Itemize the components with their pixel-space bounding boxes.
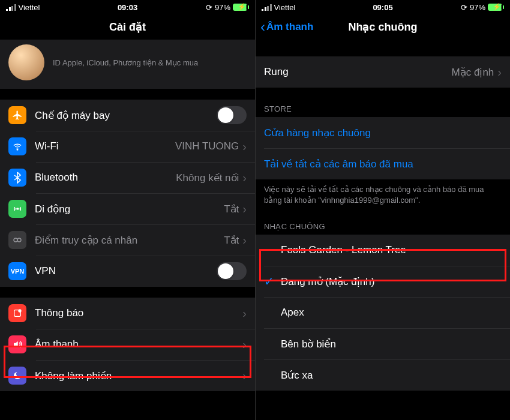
- row-label: Không làm phiền: [35, 370, 242, 382]
- page-title: Cài đặt: [0, 14, 255, 40]
- row-label: Âm thanh: [35, 338, 242, 350]
- status-bar: Viettel 09:03 ⟳ 97% ⚡: [0, 0, 255, 14]
- svg-point-2: [14, 238, 17, 242]
- clock-label: 09:03: [118, 3, 137, 12]
- vpn-icon: VPN: [8, 262, 26, 280]
- section-header-store: STORE: [256, 88, 510, 117]
- row-label: Điểm truy cập cá nhân: [35, 234, 224, 247]
- signal-icon: [262, 4, 272, 11]
- row-vpn[interactable]: VPN VPN: [0, 256, 255, 287]
- wifi-icon: [8, 137, 26, 155]
- svg-point-5: [18, 309, 21, 312]
- row-value: Tắt: [224, 203, 239, 215]
- row-label: Bức xa: [281, 369, 502, 382]
- row-label: VPN: [35, 265, 217, 277]
- chevron-right-icon: ›: [242, 338, 247, 352]
- orientation-lock-icon: ⟳: [461, 3, 467, 12]
- row-value: VINH TUONG: [175, 140, 239, 152]
- airplane-toggle[interactable]: [217, 106, 247, 124]
- row-download-purchased[interactable]: Tải về tất cả các âm báo đã mua: [256, 148, 510, 179]
- row-ringtone-item[interactable]: Apex: [256, 297, 510, 328]
- screenshot-right: Viettel 09:05 ⟳ 97% ⚡ ‹ Âm thanh Nhạc ch…: [255, 0, 510, 420]
- chevron-right-icon: ›: [242, 171, 247, 185]
- row-ringtone-item[interactable]: Bức xa: [256, 359, 510, 391]
- chevron-right-icon: ›: [497, 65, 502, 79]
- row-cellular[interactable]: Di động Tắt ›: [0, 193, 255, 224]
- hotspot-icon: [8, 231, 26, 249]
- row-label: Apex: [281, 307, 502, 319]
- clock-label: 09:05: [373, 3, 392, 12]
- row-value: Mặc định: [452, 66, 494, 79]
- chevron-right-icon: ›: [242, 233, 247, 247]
- row-label-link: Tải về tất cả các âm báo đã mua: [264, 158, 502, 170]
- battery-icon: ⚡: [488, 4, 504, 11]
- row-sounds[interactable]: Âm thanh ›: [0, 329, 255, 360]
- row-label: Chế độ máy bay: [35, 109, 217, 122]
- signal-icon: [6, 4, 16, 11]
- chevron-right-icon: ›: [242, 140, 247, 154]
- cellular-icon: [8, 200, 26, 218]
- row-ringtone-item[interactable]: Bên bờ biển: [256, 328, 510, 359]
- row-label: Thông báo: [35, 307, 242, 319]
- sounds-icon: [8, 335, 26, 353]
- row-ringtone-custom[interactable]: Fools Garden - Lemon Tree: [256, 235, 510, 266]
- row-label: Bên bờ biển: [281, 338, 502, 350]
- row-label-link: Cửa hàng nhạc chuông: [264, 127, 502, 139]
- section-header-ringtone: NHẠC CHUÔNG: [256, 205, 510, 235]
- row-value: Không kết nối: [176, 172, 239, 184]
- row-vibration[interactable]: Rung Mặc định ›: [256, 56, 510, 88]
- row-label: Đang mở (Mặc định): [281, 275, 502, 288]
- row-do-not-disturb[interactable]: Không làm phiền ›: [0, 360, 255, 391]
- page-title: Nhạc chuông: [349, 20, 418, 34]
- notifications-icon: [8, 304, 26, 322]
- battery-percent-label: 97%: [470, 3, 485, 12]
- row-label: Bluetooth: [35, 172, 176, 184]
- row-label: Wi-Fi: [35, 140, 175, 152]
- apple-id-row[interactable]: ID Apple, iCloud, Phương tiện & Mục mua: [0, 40, 255, 89]
- section-footer-store: Việc này sẽ tải về tất cả các nhạc chuôn…: [256, 179, 510, 205]
- screenshot-left: Viettel 09:03 ⟳ 97% ⚡ Cài đặt ID Apple, …: [0, 0, 255, 420]
- row-ringtone-default[interactable]: ✓ Đang mở (Mặc định): [256, 266, 510, 297]
- carrier-label: Viettel: [19, 3, 40, 12]
- apple-id-subtitle: ID Apple, iCloud, Phương tiện & Mục mua: [53, 58, 247, 67]
- chevron-right-icon: ›: [242, 307, 247, 320]
- vpn-toggle[interactable]: [217, 262, 247, 280]
- carrier-label: Viettel: [274, 3, 296, 12]
- row-label: Rung: [264, 66, 452, 78]
- row-value: Tắt: [224, 234, 239, 247]
- row-label: Di động: [35, 203, 224, 215]
- back-button[interactable]: ‹ Âm thanh: [260, 14, 313, 40]
- row-airplane-mode[interactable]: Chế độ máy bay: [0, 100, 255, 131]
- row-wifi[interactable]: Wi-Fi VINH TUONG ›: [0, 131, 255, 162]
- svg-point-0: [17, 149, 18, 151]
- chevron-right-icon: ›: [242, 369, 247, 383]
- battery-percent-label: 97%: [215, 3, 230, 12]
- svg-point-3: [17, 238, 21, 242]
- svg-point-1: [17, 208, 18, 209]
- row-tone-store[interactable]: Cửa hàng nhạc chuông: [256, 117, 510, 148]
- chevron-right-icon: ›: [242, 202, 247, 216]
- battery-icon: ⚡: [233, 4, 249, 11]
- row-hotspot[interactable]: Điểm truy cập cá nhân Tắt ›: [0, 224, 255, 256]
- row-notifications[interactable]: Thông báo ›: [0, 298, 255, 329]
- chevron-left-icon: ‹: [260, 19, 265, 35]
- orientation-lock-icon: ⟳: [206, 3, 212, 12]
- back-label: Âm thanh: [266, 21, 313, 33]
- status-bar: Viettel 09:05 ⟳ 97% ⚡: [256, 0, 510, 14]
- row-label: Fools Garden - Lemon Tree: [281, 244, 502, 256]
- bluetooth-icon: [8, 169, 26, 187]
- avatar: [8, 44, 44, 80]
- row-bluetooth[interactable]: Bluetooth Không kết nối ›: [0, 162, 255, 193]
- moon-icon: [8, 367, 26, 385]
- checkmark-icon: ✓: [264, 274, 281, 289]
- airplane-icon: [8, 106, 26, 124]
